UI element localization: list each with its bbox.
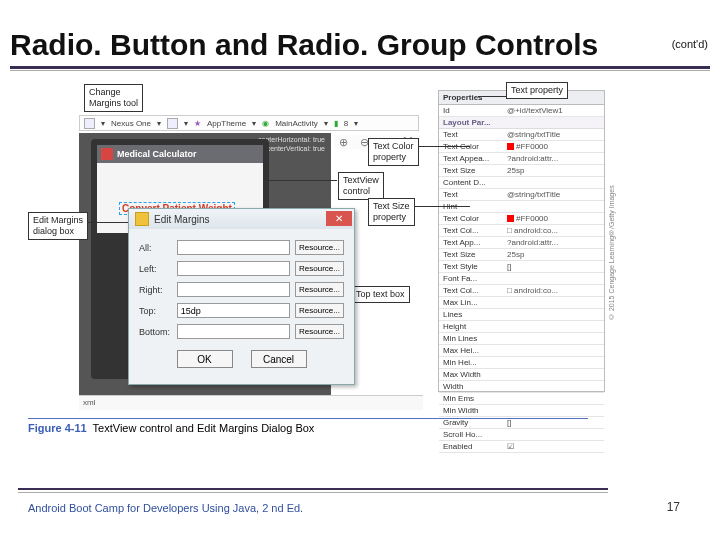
prop-row[interactable]: Text Style[] xyxy=(439,261,604,273)
prop-val[interactable] xyxy=(505,321,604,332)
prop-row[interactable]: Font Fa... xyxy=(439,273,604,285)
prop-row[interactable]: Text Color#FF0000 xyxy=(439,141,604,153)
prop-key: Text Style xyxy=(439,261,505,272)
footer-rule-light xyxy=(18,492,608,493)
prop-val[interactable] xyxy=(505,309,604,320)
prop-val[interactable]: □ android:co... xyxy=(505,285,604,296)
prop-val[interactable]: □ android:co... xyxy=(505,225,604,236)
prop-row[interactable]: Text@string/txtTitle xyxy=(439,189,604,201)
prop-row[interactable]: Lines xyxy=(439,309,604,321)
prop-val[interactable] xyxy=(505,273,604,284)
figure-area: ChangeMargins tool Edit Marginsdialog bo… xyxy=(28,88,640,420)
prop-key: Height xyxy=(439,321,505,332)
prop-val[interactable] xyxy=(505,345,604,356)
prop-row[interactable]: Text Col...□ android:co... xyxy=(439,225,604,237)
prop-val[interactable]: 25sp xyxy=(505,165,604,176)
prop-key: Enabled xyxy=(439,441,505,452)
prop-key: Content D... xyxy=(439,177,505,188)
prop-key: Max Hei... xyxy=(439,345,505,356)
input-top[interactable] xyxy=(177,303,290,318)
prop-val[interactable]: #FF0000 xyxy=(505,213,604,224)
prop-row[interactable]: Max Width xyxy=(439,369,604,381)
cancel-button[interactable]: Cancel xyxy=(251,350,307,368)
prop-row[interactable]: Max Lin... xyxy=(439,297,604,309)
resource-button[interactable]: Resource... xyxy=(295,261,344,276)
prop-row[interactable]: Min Width xyxy=(439,405,604,417)
input-all[interactable] xyxy=(177,240,290,255)
prop-val[interactable]: #FF0000 xyxy=(505,141,604,152)
prop-val[interactable] xyxy=(505,357,604,368)
prop-val[interactable] xyxy=(505,405,604,416)
prop-row[interactable]: Hint xyxy=(439,201,604,213)
input-bottom[interactable] xyxy=(177,324,290,339)
ok-button[interactable]: OK xyxy=(177,350,233,368)
prop-val[interactable]: ?android:attr... xyxy=(505,153,604,164)
device-label: Nexus One xyxy=(111,119,151,128)
prop-id-key: Id xyxy=(439,105,505,116)
dialog-title: Edit Margins xyxy=(154,214,210,225)
prop-id-val[interactable]: @+id/textView1 xyxy=(505,105,604,116)
resource-button[interactable]: Resource... xyxy=(295,324,344,339)
prop-row[interactable]: Min Hei... xyxy=(439,357,604,369)
callout-top-text-box: Top text box xyxy=(351,286,410,303)
prop-val[interactable]: ?android:attr... xyxy=(505,237,604,248)
prop-row[interactable]: Text Col...□ android:co... xyxy=(439,285,604,297)
prop-val[interactable]: ☑ xyxy=(505,441,604,452)
prop-val[interactable]: @string/txtTitle xyxy=(505,129,604,140)
prop-row[interactable]: Text Size25sp xyxy=(439,249,604,261)
callout-text-property: Text property xyxy=(506,82,568,99)
prop-key: Text Appea... xyxy=(439,153,505,164)
orient-icon xyxy=(167,118,178,129)
prop-row[interactable]: Min Ems xyxy=(439,393,604,405)
properties-panel: Properties Id@+id/textView1 Layout Par..… xyxy=(438,90,605,392)
prop-key: Scroll Ho... xyxy=(439,429,505,440)
prop-val[interactable]: [] xyxy=(505,261,604,272)
prop-row[interactable]: Scroll Ho... xyxy=(439,429,604,441)
figure-rule xyxy=(28,418,588,419)
prop-row[interactable]: Content D... xyxy=(439,177,604,189)
props-section: Layout Par... xyxy=(439,117,604,129)
copyright-vertical: © 2015 Cengage Learning®/Getty Images xyxy=(608,118,618,388)
label-left: Left: xyxy=(139,264,177,274)
activity-label: MainActivity xyxy=(275,119,318,128)
app-titlebar: Medical Calculator xyxy=(97,145,263,163)
prop-row[interactable]: Height xyxy=(439,321,604,333)
prop-key: Text Size xyxy=(439,165,505,176)
prop-val[interactable] xyxy=(505,201,604,212)
prop-val[interactable]: 25sp xyxy=(505,249,604,260)
zoom-in-icon[interactable]: ⊕ xyxy=(339,136,350,149)
footer-rule xyxy=(18,488,608,490)
prop-row[interactable]: Max Hei... xyxy=(439,345,604,357)
prop-val[interactable] xyxy=(505,429,604,440)
close-icon[interactable]: ✕ xyxy=(326,211,352,226)
prop-row[interactable]: Text Appea...?android:attr... xyxy=(439,153,604,165)
prop-val[interactable] xyxy=(505,369,604,380)
input-left[interactable] xyxy=(177,261,290,276)
prop-row[interactable]: Min Lines xyxy=(439,333,604,345)
label-bottom: Bottom: xyxy=(139,327,177,337)
resource-button[interactable]: Resource... xyxy=(295,240,344,255)
prop-val[interactable] xyxy=(505,381,604,392)
prop-key: Width xyxy=(439,381,505,392)
prop-row[interactable]: Text Size25sp xyxy=(439,165,604,177)
prop-row[interactable]: Text Color#FF0000 xyxy=(439,213,604,225)
prop-key: Text Col... xyxy=(439,225,505,236)
prop-val[interactable] xyxy=(505,177,604,188)
prop-row[interactable]: Width xyxy=(439,381,604,393)
prop-val[interactable] xyxy=(505,297,604,308)
callout-text-size: Text Sizeproperty xyxy=(368,198,415,226)
resource-button[interactable]: Resource... xyxy=(295,303,344,318)
prop-row[interactable]: Enabled☑ xyxy=(439,441,604,453)
editor-tab[interactable]: xml xyxy=(79,395,423,410)
title-rule xyxy=(10,66,710,69)
prop-val[interactable]: @string/txtTitle xyxy=(505,189,604,200)
footer-text: Android Boot Camp for Developers Using J… xyxy=(28,502,303,514)
prop-key: Text App... xyxy=(439,237,505,248)
prop-val[interactable] xyxy=(505,393,604,404)
input-right[interactable] xyxy=(177,282,290,297)
callout-edit-margins-box: Edit Marginsdialog box xyxy=(28,212,88,240)
prop-row[interactable]: Text App...?android:attr... xyxy=(439,237,604,249)
prop-row[interactable]: Text@string/txtTitle xyxy=(439,129,604,141)
resource-button[interactable]: Resource... xyxy=(295,282,344,297)
prop-val[interactable] xyxy=(505,333,604,344)
